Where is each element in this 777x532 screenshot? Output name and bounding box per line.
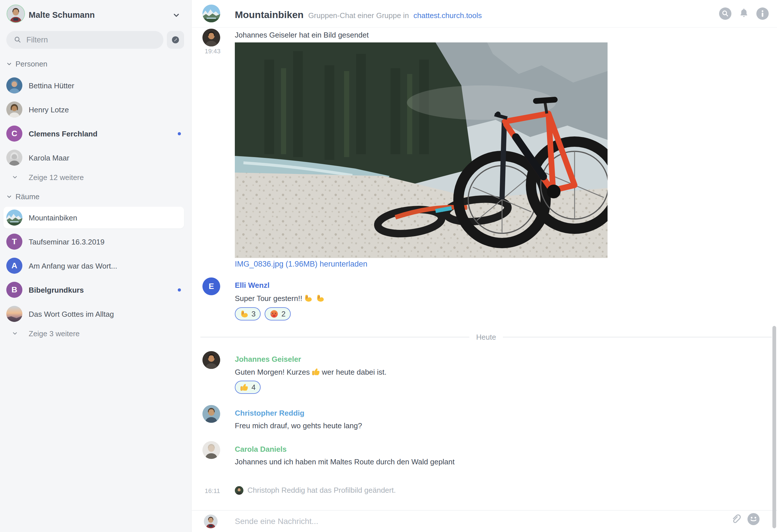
room-avatar: B — [6, 282, 22, 298]
avatar-johannes-geiseler[interactable] — [202, 351, 220, 369]
chat-header: Mountainbiken Gruppen-Chat einer Gruppe … — [192, 0, 777, 27]
filter-input[interactable] — [26, 31, 155, 49]
reactions-row: 3 2 — [235, 307, 291, 320]
room-avatar — [6, 210, 22, 226]
room-title: Mountainbiken — [235, 9, 304, 20]
bell-icon[interactable] — [738, 7, 750, 20]
composer-user-avatar — [204, 515, 218, 528]
divider-label: Heute — [476, 333, 496, 342]
search-icon[interactable] — [719, 7, 732, 20]
sidebar-item-taufseminar[interactable]: T Taufseminar 16.3.2019 — [0, 230, 192, 254]
filter-search-field — [6, 31, 163, 49]
message-composer — [192, 510, 777, 532]
flexed-biceps-emoji — [304, 294, 313, 302]
show-more-rooms[interactable]: Zeige 3 weitere — [0, 326, 192, 342]
show-more-label: Zeige 12 weitere — [29, 173, 84, 182]
thumbs-up-emoji — [312, 368, 320, 376]
scrollbar-thumb[interactable] — [772, 326, 776, 528]
section-header-raeume[interactable]: Räume — [6, 192, 39, 201]
churchtools-chat-app: { "colors": { "accent_blue": "#4a6de0", … — [0, 0, 777, 532]
section-title: Räume — [15, 192, 39, 201]
hot-face-emoji — [270, 309, 279, 318]
avatar-carola-daniels[interactable] — [202, 441, 220, 459]
show-more-label: Zeige 3 weitere — [29, 329, 80, 338]
divider-line — [503, 337, 772, 338]
magnifier-icon — [14, 36, 22, 44]
instance-link[interactable]: chattest.church.tools — [414, 11, 482, 20]
user-menu-chevron-down-icon[interactable] — [173, 11, 180, 19]
room-name: Taufseminar 16.3.2019 — [29, 238, 105, 247]
room-name: Das Wort Gottes im Alltag — [29, 310, 114, 319]
sidebar-item-mountainbiken[interactable]: Mountainbiken — [0, 206, 192, 230]
message-text: Johannes und ich haben mit Maltes Route … — [235, 456, 455, 467]
contact-name: Clemens Ferchland — [29, 130, 98, 138]
chevron-down-icon — [6, 61, 12, 67]
divider-line — [200, 337, 469, 338]
system-message: 16:11 Christoph Reddig hat das Profilbil… — [192, 486, 777, 496]
sidebar-item-karola-maar[interactable]: Karola Maar — [0, 146, 192, 170]
sidebar: Malte Schumann Personen Bettina Hütter H… — [0, 0, 192, 532]
avatar — [6, 102, 22, 118]
current-user-avatar[interactable] — [7, 5, 24, 22]
avatar — [6, 78, 22, 94]
show-more-people[interactable]: Zeige 12 weitere — [0, 170, 192, 185]
avatar-elli-wenzl[interactable]: E — [202, 277, 220, 295]
sidebar-item-das-wort-gottes[interactable]: Das Wort Gottes im Alltag — [0, 302, 192, 326]
avatar — [6, 150, 22, 166]
section-title: Personen — [15, 59, 47, 69]
room-avatar — [6, 306, 22, 322]
message-text: Freu mich drauf, wo gehts heute lang? — [235, 420, 362, 431]
chat-panel: Mountainbiken Gruppen-Chat einer Gruppe … — [192, 0, 777, 532]
message-list: Johannes Geiseler hat ein Bild gesendet … — [192, 28, 777, 510]
avatar-johannes-geiseler[interactable] — [202, 29, 220, 46]
date-divider: Heute — [200, 332, 772, 342]
sidebar-item-am-anfang[interactable]: A Am Anfang war das Wort... — [0, 254, 192, 278]
room-name: Bibelgrundkurs — [29, 286, 84, 295]
flexed-biceps-emoji — [316, 294, 325, 302]
avatar-christoph-reddig-small[interactable] — [235, 486, 243, 495]
reaction-count: 3 — [251, 309, 255, 318]
reaction-count: 4 — [251, 383, 255, 392]
reaction-pill[interactable]: 4 — [235, 381, 261, 394]
room-subtitle: Gruppen-Chat einer Gruppe in — [308, 11, 409, 20]
sidebar-item-clemens-ferchland[interactable]: C Clemens Ferchland — [0, 122, 192, 146]
sender-name[interactable]: Christopher Reddig — [235, 408, 305, 418]
current-user-header: Malte Schumann — [0, 0, 191, 30]
room-name: Mountainbiken — [29, 214, 77, 223]
unread-indicator — [178, 288, 181, 291]
reaction-pill[interactable]: 3 — [235, 307, 261, 320]
sender-name[interactable]: Johannes Geiseler — [235, 354, 301, 364]
sender-name[interactable]: Carola Daniels — [235, 444, 287, 454]
info-icon[interactable] — [756, 7, 769, 20]
room-header-avatar[interactable] — [202, 5, 220, 22]
reaction-count: 2 — [281, 309, 285, 318]
sidebar-item-bibelgrundkurs[interactable]: B Bibelgrundkurs — [0, 278, 192, 302]
compass-icon — [171, 35, 180, 45]
unread-indicator — [178, 132, 181, 135]
chevron-down-icon — [12, 174, 18, 180]
reaction-pill[interactable]: 2 — [265, 307, 291, 320]
message-input[interactable] — [235, 513, 716, 529]
room-name: Am Anfang war das Wort... — [29, 262, 117, 271]
sidebar-item-bettina-huetter[interactable]: Bettina Hütter — [0, 74, 192, 98]
discover-rooms-button[interactable] — [167, 31, 184, 49]
room-avatar: A — [6, 258, 22, 274]
message-text: Super Tour gestern!! — [235, 293, 326, 304]
avatar-christopher-reddig[interactable] — [202, 405, 220, 423]
contact-name: Karola Maar — [29, 154, 70, 162]
chevron-down-icon — [12, 330, 18, 336]
smiley-icon[interactable] — [747, 513, 760, 525]
thumbs-up-emoji — [240, 383, 249, 392]
sender-name[interactable]: Elli Wenzl — [235, 280, 269, 290]
download-link[interactable]: IMG_0836.jpg (1.96MB) herunterladen — [235, 260, 367, 269]
system-message-text: Christoph Reddig hat das Profilbild geän… — [247, 486, 396, 495]
chevron-down-icon — [6, 194, 12, 200]
attached-image[interactable] — [235, 42, 607, 258]
current-user-name: Malte Schumann — [29, 10, 95, 20]
paperclip-icon[interactable] — [730, 513, 742, 525]
message-timestamp: 19:43 — [205, 47, 220, 55]
upload-message-text: Johannes Geiseler hat ein Bild gesendet — [235, 29, 369, 40]
sidebar-item-henry-lotze[interactable]: Henry Lotze — [0, 98, 192, 122]
room-avatar: T — [6, 234, 22, 250]
section-header-personen[interactable]: Personen — [6, 59, 47, 68]
